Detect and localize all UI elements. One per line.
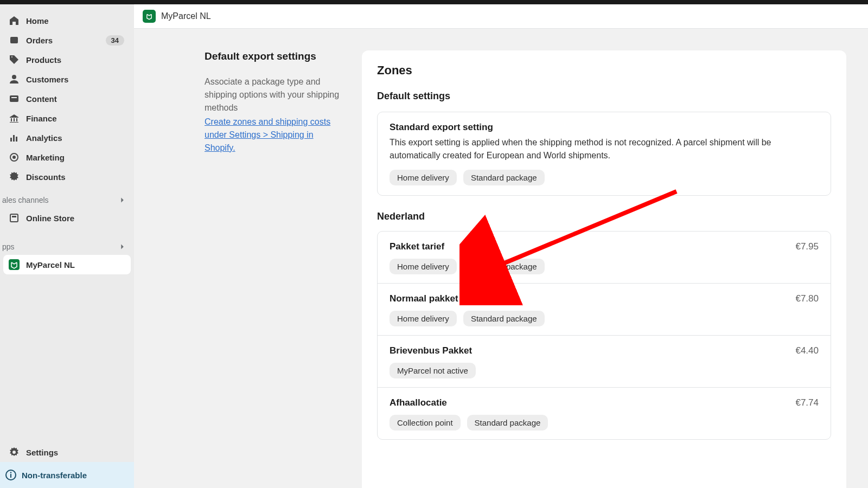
nav-label: Content — [26, 94, 124, 104]
nav-myparcel[interactable]: MyParcel NL — [3, 255, 131, 274]
standard-export-card[interactable]: Standard export setting This export sett… — [377, 112, 831, 196]
nav-products[interactable]: Products — [3, 50, 131, 69]
card-desc: This export setting is applied when the … — [390, 136, 819, 162]
myparcel-icon — [9, 259, 20, 270]
create-zones-link[interactable]: Create zones and shipping costs under Se… — [205, 117, 330, 152]
top-bar — [0, 0, 868, 4]
nav-marketing[interactable]: Marketing — [3, 147, 131, 167]
orders-icon — [9, 35, 20, 46]
finance-icon — [9, 113, 20, 124]
default-settings-subtitle: Default settings — [377, 91, 831, 102]
zone-name: Nederland — [377, 211, 831, 222]
pill: Home delivery — [390, 311, 457, 326]
pill: Standard package — [463, 259, 545, 274]
pill: Home delivery — [390, 170, 457, 185]
app-title: MyParcel NL — [161, 11, 211, 21]
rate-item[interactable]: Afhaallocatie €7.74 Collection point Sta… — [378, 388, 831, 439]
settings-description: Default export settings Associate a pack… — [156, 50, 340, 488]
section-title: Default export settings — [205, 50, 340, 62]
rate-price: €7.74 — [795, 397, 819, 408]
section-label: ales channels — [2, 196, 49, 204]
pill: MyParcel not active — [390, 363, 476, 378]
sidebar: Home Orders 34 Products Customers Conten… — [0, 4, 134, 488]
pill-row: Home delivery Standard package — [390, 170, 819, 185]
pill: Standard package — [463, 170, 545, 185]
nav-main: Home Orders 34 Products Customers Conten… — [0, 4, 134, 191]
svg-rect-0 — [10, 37, 18, 43]
sales-channels-header[interactable]: ales channels — [0, 191, 134, 208]
svg-rect-3 — [11, 97, 17, 98]
nav-discounts[interactable]: Discounts — [3, 167, 131, 187]
chevron-right-icon — [118, 242, 127, 252]
nav-content[interactable]: Content — [3, 89, 131, 108]
zones-title: Zones — [377, 63, 831, 78]
svg-rect-6 — [16, 137, 17, 142]
home-icon — [9, 15, 20, 26]
non-transferable-banner[interactable]: Non-transferable — [0, 462, 134, 488]
marketing-icon — [9, 152, 20, 163]
nav-label: Products — [26, 55, 124, 65]
main: MyParcel NL Default export settings Asso… — [134, 4, 868, 488]
pill: Collection point — [390, 415, 461, 431]
pill: Standard package — [463, 311, 545, 326]
rate-name: Afhaallocatie — [390, 397, 447, 408]
nav-home[interactable]: Home — [3, 11, 131, 30]
rate-item[interactable]: Normaal pakket €7.80 Home delivery Stand… — [378, 284, 831, 336]
info-icon — [5, 470, 16, 480]
rate-name: Normaal pakket — [390, 293, 458, 304]
nav-analytics[interactable]: Analytics — [3, 128, 131, 147]
svg-point-1 — [12, 75, 16, 79]
svg-rect-10 — [12, 216, 16, 217]
app-icon — [143, 10, 156, 23]
rate-price: €7.95 — [795, 241, 819, 252]
orders-badge: 34 — [106, 35, 124, 46]
customers-icon — [9, 74, 20, 85]
nav-settings[interactable]: Settings — [3, 442, 131, 462]
pill: Standard package — [467, 415, 548, 431]
nav-label: Online Store — [26, 214, 124, 223]
card-title: Standard export setting — [390, 122, 819, 133]
apps-header[interactable]: pps — [0, 237, 134, 255]
nav-label: Home — [26, 16, 124, 25]
nav-online-store[interactable]: Online Store — [3, 208, 131, 228]
rate-list: Pakket tarief €7.95 Home delivery Standa… — [377, 231, 831, 440]
store-icon — [9, 213, 20, 223]
pill: Home delivery — [390, 259, 457, 274]
chevron-right-icon — [118, 195, 127, 205]
rate-price: €7.80 — [795, 293, 819, 304]
rate-name: Pakket tarief — [390, 241, 444, 252]
svg-rect-4 — [10, 138, 12, 142]
nav-label: Marketing — [26, 153, 124, 162]
svg-point-14 — [10, 472, 11, 473]
nav-label: Settings — [26, 448, 124, 457]
svg-rect-5 — [13, 135, 15, 142]
products-icon — [9, 54, 20, 65]
nav-label: Finance — [26, 114, 124, 123]
nav-finance[interactable]: Finance — [3, 108, 131, 128]
rate-name: Brievenbus Pakket — [390, 345, 472, 356]
svg-rect-13 — [10, 474, 11, 478]
svg-rect-9 — [10, 214, 18, 222]
gear-icon — [9, 447, 20, 458]
discounts-icon — [9, 171, 20, 182]
zones-panel: Zones Default settings Standard export s… — [362, 50, 846, 488]
nav-label: MyParcel NL — [26, 260, 124, 269]
nav-orders[interactable]: Orders 34 — [3, 30, 131, 50]
svg-rect-2 — [10, 95, 18, 102]
nav-label: Analytics — [26, 133, 124, 143]
nav-label: Customers — [26, 75, 124, 84]
nav-label: Orders — [26, 36, 99, 45]
content: Default export settings Associate a pack… — [134, 29, 868, 488]
svg-point-7 — [12, 156, 16, 159]
rate-item[interactable]: Pakket tarief €7.95 Home delivery Standa… — [378, 232, 831, 284]
description-text: Associate a package type and shipping op… — [205, 75, 340, 114]
main-header: MyParcel NL — [134, 4, 868, 29]
nav-label: Discounts — [26, 172, 124, 182]
content-icon — [9, 93, 20, 104]
non-transferable-label: Non-transferable — [22, 471, 87, 480]
rate-item[interactable]: Brievenbus Pakket €4.40 MyParcel not act… — [378, 336, 831, 388]
section-label: pps — [2, 242, 15, 251]
rate-price: €4.40 — [795, 345, 819, 356]
analytics-icon — [9, 132, 20, 143]
nav-customers[interactable]: Customers — [3, 69, 131, 89]
